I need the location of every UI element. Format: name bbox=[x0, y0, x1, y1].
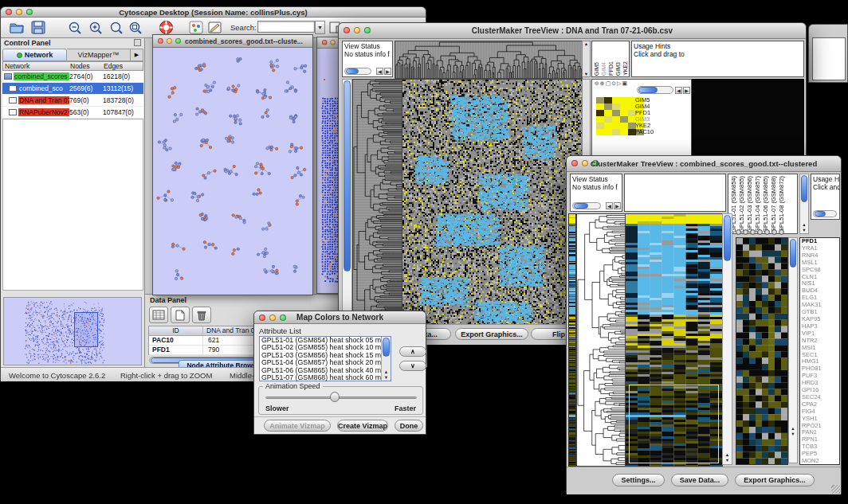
move-down-button[interactable]: ∨ bbox=[399, 361, 426, 371]
zoom-selected-icon[interactable] bbox=[128, 21, 143, 35]
zoom-heatmap-canvas[interactable] bbox=[736, 237, 788, 465]
zoom-toolbar-icons[interactable] bbox=[736, 229, 784, 235]
column-label[interactable]: GPL51-07 (GSM868) bbox=[770, 176, 777, 232]
main-titlebar[interactable]: Cytoscape Desktop (Session Name: collins… bbox=[1, 7, 426, 18]
control-panel-float-icon[interactable] bbox=[134, 39, 141, 46]
done-button[interactable]: Done bbox=[395, 420, 423, 432]
close-button[interactable] bbox=[158, 38, 163, 44]
column-dendrogram-canvas[interactable] bbox=[395, 41, 583, 79]
save-data-button[interactable]: Save Data... bbox=[671, 474, 728, 486]
global-overview-strip[interactable] bbox=[568, 213, 576, 467]
network-table-header[interactable]: Network Nodes Edges bbox=[2, 61, 143, 71]
heatmap-canvas[interactable] bbox=[402, 79, 583, 326]
export-graphics-button[interactable]: Export Graphics... bbox=[455, 328, 528, 340]
new-attribute-icon[interactable] bbox=[171, 307, 190, 323]
network-name: DNA and Tran 07 bbox=[18, 96, 69, 104]
gene-label[interactable]: MON2 bbox=[802, 458, 839, 465]
export-graphics-button[interactable]: Export Graphics... bbox=[735, 474, 815, 486]
column-label[interactable]: PFD1 bbox=[608, 61, 614, 76]
zoom-in-icon[interactable] bbox=[88, 21, 103, 35]
tab-vizmapper[interactable]: VizMapper™ bbox=[67, 49, 131, 61]
column-label[interactable]: GPL51-03 (GSM856) bbox=[746, 176, 753, 232]
search-dropdown-arrow[interactable]: ▼ bbox=[315, 21, 325, 34]
column-labels-vscrollbar[interactable]: ▲ ▼ bbox=[799, 174, 809, 234]
resize-grip[interactable] bbox=[831, 485, 840, 494]
attribute-list-vscrollbar[interactable]: ▲ ▼ bbox=[381, 337, 391, 381]
animate-vizmap-button[interactable]: Animate Vizmap bbox=[264, 420, 331, 432]
network-table-row[interactable]: combined_sco2569(6)13112(15) bbox=[2, 83, 143, 95]
column-tree-scrollbar[interactable]: ▲▼ bbox=[582, 41, 591, 77]
search-input[interactable] bbox=[257, 21, 315, 33]
network-table-row[interactable]: combined_scores2764(0)16218(0) bbox=[2, 71, 143, 83]
attribute-item[interactable]: GPL51-07 (GSM868) heat shock 60 min bbox=[261, 374, 381, 381]
row-dendrogram-canvas[interactable] bbox=[352, 79, 403, 326]
dialog-titlebar[interactable]: Map Colors to Network bbox=[254, 311, 426, 324]
gene-label[interactable]: PAC10 bbox=[635, 129, 654, 135]
attribute-listbox[interactable]: GPL51-01 (GSM854) heat shock 05 minGPL51… bbox=[259, 336, 391, 381]
treeview1-titlebar[interactable]: ClusterMaker TreeView : DNA and Tran 07-… bbox=[339, 23, 806, 39]
network-list-empty-area[interactable] bbox=[2, 119, 143, 291]
overview-canvas[interactable] bbox=[4, 298, 141, 365]
row-vscrollbar[interactable]: ▲ ▼ bbox=[342, 79, 352, 324]
scroll-right-arrow[interactable]: ▶ bbox=[384, 68, 391, 75]
heatmap-vscrollbar[interactable]: ▲ ▼ bbox=[722, 213, 732, 465]
column-label[interactable]: GPL51-02 (GSM855) bbox=[738, 176, 745, 232]
column-label[interactable]: GIM4 bbox=[601, 62, 607, 76]
column-label[interactable]: YKE2 bbox=[622, 61, 628, 76]
scroll-left-arrow[interactable]: ◀ bbox=[606, 202, 613, 209]
usage-hscrollbar[interactable] bbox=[813, 210, 837, 217]
open-file-icon[interactable] bbox=[9, 21, 25, 34]
column-dendrogram-area[interactable] bbox=[624, 174, 726, 212]
zoom-toolbar-icons[interactable]: ⊖⊕▢⊙▷▣ bbox=[595, 80, 628, 87]
zoom-hscrollbar[interactable] bbox=[637, 86, 673, 94]
heatmap-canvas[interactable] bbox=[625, 213, 723, 467]
scroll-right-arrow[interactable]: ▶ bbox=[683, 87, 690, 94]
zoom-tool-icon[interactable] bbox=[779, 229, 784, 235]
row-vscroll-thumb[interactable] bbox=[344, 80, 351, 272]
zoom-tool-icon[interactable] bbox=[750, 229, 756, 235]
view-status-hscrollbar[interactable] bbox=[344, 68, 371, 75]
save-icon[interactable] bbox=[31, 21, 45, 34]
network-overview-panel[interactable] bbox=[3, 297, 142, 365]
zoom-out-icon[interactable] bbox=[68, 21, 82, 35]
network-table-row[interactable]: DNA and Tran 07769(0)183728(0) bbox=[2, 95, 143, 107]
view-status-hscrollbar[interactable] bbox=[572, 202, 601, 209]
move-up-button[interactable]: ∧ bbox=[399, 346, 426, 357]
zoom-tool-icon[interactable] bbox=[736, 229, 741, 235]
zoom-fit-icon[interactable] bbox=[109, 21, 124, 35]
tab-overflow-arrow[interactable]: ▶ bbox=[131, 49, 143, 61]
create-vizmap-button[interactable]: Create Vizmap bbox=[337, 420, 388, 432]
scroll-right-arrow[interactable]: ▶ bbox=[614, 202, 621, 209]
scroll-left-arrow[interactable]: ◀ bbox=[376, 68, 383, 75]
heatmap-vscroll-thumb[interactable] bbox=[724, 215, 731, 261]
scroll-left-arrow[interactable]: ◀ bbox=[675, 87, 682, 94]
help-icon[interactable] bbox=[159, 20, 174, 35]
column-label[interactable]: GIM3 bbox=[615, 62, 621, 76]
overview-viewport-rect[interactable] bbox=[74, 312, 98, 347]
zoom-tool-icon[interactable] bbox=[757, 229, 763, 235]
row-dendrogram-canvas[interactable] bbox=[576, 213, 626, 467]
zoom-vscrollbar[interactable]: ▲ ▼ bbox=[788, 237, 798, 463]
zoom-tool-icon[interactable] bbox=[771, 229, 777, 235]
column-label[interactable]: GPL51-08 (GSM872) bbox=[778, 176, 785, 232]
attribute-select-icon[interactable] bbox=[149, 307, 168, 323]
network-table-row[interactable]: RNAPuberNov2+I563(0)107847(0) bbox=[2, 107, 143, 119]
network-overview-icon[interactable] bbox=[189, 21, 203, 34]
speed-slider-track[interactable] bbox=[265, 397, 417, 399]
column-label[interactable]: GIM5 bbox=[594, 62, 599, 76]
zoom-button[interactable] bbox=[175, 38, 181, 44]
minimize-button[interactable] bbox=[167, 38, 172, 44]
column-label[interactable]: GPL51-04 (GSM857) bbox=[754, 176, 761, 232]
zoom-tool-icon[interactable] bbox=[764, 229, 770, 235]
attr-scroll-thumb[interactable] bbox=[383, 338, 390, 357]
annotation-icon[interactable] bbox=[208, 21, 223, 34]
dialog-buttonbar: Animate Vizmap Create Vizmap Done bbox=[254, 416, 426, 434]
tab-network[interactable]: Network bbox=[2, 49, 67, 61]
delete-attribute-icon[interactable] bbox=[192, 307, 211, 323]
settings-button[interactable]: Settings... bbox=[612, 474, 665, 486]
column-label[interactable]: GPL51-06 (GSM865) bbox=[762, 176, 769, 232]
speed-slider-thumb[interactable] bbox=[330, 392, 340, 402]
network-canvas-1[interactable] bbox=[153, 48, 312, 295]
zoom-tool-icon[interactable] bbox=[743, 229, 748, 235]
treeview2-titlebar[interactable]: ClusterMaker TreeView : combined_scores_… bbox=[567, 156, 841, 172]
